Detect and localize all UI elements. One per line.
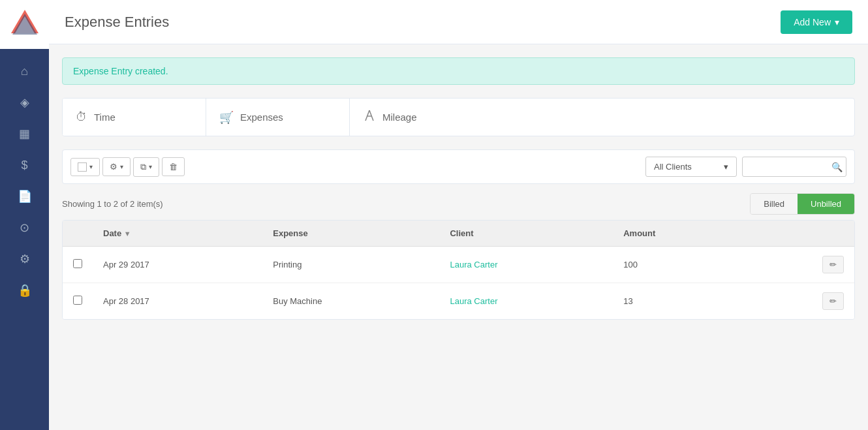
search-input[interactable] bbox=[742, 157, 846, 177]
edit-button[interactable]: ✏ bbox=[822, 256, 844, 273]
row-expense: Printing bbox=[262, 247, 439, 283]
tab-mileage[interactable]: Mileage bbox=[350, 99, 493, 136]
row-checkbox-cell bbox=[63, 283, 93, 320]
tab-time[interactable]: ⏱ Time bbox=[63, 99, 206, 136]
lock-icon[interactable]: 🔒 bbox=[12, 277, 38, 303]
tab-expenses[interactable]: 🛒 Expenses bbox=[206, 99, 350, 136]
chevron-down-icon-3: ▾ bbox=[149, 163, 152, 170]
copy-dropdown-button[interactable]: ⧉ ▾ bbox=[133, 157, 159, 177]
document-icon[interactable]: 📄 bbox=[12, 183, 38, 209]
search-icon: 🔍 bbox=[831, 162, 843, 172]
copy-icon: ⧉ bbox=[140, 162, 146, 172]
toolbar: ▾ ⚙ ▾ ⧉ ▾ 🗑 All Clients ▾ 🔍 bbox=[62, 149, 855, 184]
row-edit-cell: ✏ bbox=[747, 247, 854, 283]
actions-dropdown-button[interactable]: ⚙ ▾ bbox=[102, 157, 131, 176]
row-date: Apr 29 2017 bbox=[93, 247, 262, 283]
header-expense: Expense bbox=[262, 221, 439, 247]
svg-line-3 bbox=[365, 110, 369, 121]
row-edit-cell: ✏ bbox=[747, 283, 854, 320]
sidebar: ⌂ ◈ ▦ $ 📄 ⊙ ⚙ 🔒 bbox=[0, 0, 49, 430]
logo-container bbox=[0, 0, 49, 49]
chevron-down-icon-2: ▾ bbox=[120, 163, 123, 170]
table-row: Apr 28 2017 Buy Machine Laura Carter 13 … bbox=[63, 283, 854, 320]
dollar-icon[interactable]: $ bbox=[12, 152, 38, 178]
search-wrapper: 🔍 bbox=[742, 157, 846, 177]
dropdown-arrow-icon: ▾ bbox=[835, 17, 839, 27]
row-expense: Buy Machine bbox=[262, 283, 439, 320]
home-icon[interactable]: ⌂ bbox=[12, 58, 38, 84]
row-checkbox[interactable] bbox=[73, 296, 82, 305]
gear-icon: ⚙ bbox=[110, 162, 117, 172]
checkbox-icon bbox=[78, 162, 87, 172]
client-filter-dropdown[interactable]: All Clients ▾ bbox=[645, 157, 737, 177]
dropdown-arrow-icon-2: ▾ bbox=[724, 162, 728, 172]
row-amount: 100 bbox=[613, 247, 747, 283]
header-checkbox bbox=[63, 221, 93, 247]
page-title: Expense Entries bbox=[65, 14, 169, 31]
clock-icon[interactable]: ⊙ bbox=[12, 215, 38, 241]
table-row: Apr 29 2017 Printing Laura Carter 100 ✏ bbox=[63, 247, 854, 283]
main-area: Expense Entries Add New ▾ Expense Entry … bbox=[49, 0, 868, 430]
svg-marker-2 bbox=[12, 14, 37, 35]
row-date: Apr 28 2017 bbox=[93, 283, 262, 320]
page-header: Expense Entries Add New ▾ bbox=[49, 0, 868, 44]
row-client: Laura Carter bbox=[439, 247, 613, 283]
svg-line-4 bbox=[369, 110, 373, 121]
client-link[interactable]: Laura Carter bbox=[450, 296, 497, 306]
crm-logo bbox=[10, 8, 40, 40]
list-header: Showing 1 to 2 of 2 item(s) Billed Unbil… bbox=[62, 193, 855, 215]
time-icon: ⏱ bbox=[76, 110, 87, 124]
row-amount: 13 bbox=[613, 283, 747, 320]
dashboard-icon[interactable]: ◈ bbox=[12, 89, 38, 115]
expenses-icon: 🛒 bbox=[219, 110, 234, 125]
header-date: Date ▼ bbox=[93, 221, 262, 247]
settings-icon[interactable]: ⚙ bbox=[12, 246, 38, 272]
calculator-icon[interactable]: ▦ bbox=[12, 121, 38, 147]
table-header-row: Date ▼ Expense Client Amount bbox=[63, 221, 854, 247]
delete-button[interactable]: 🗑 bbox=[162, 157, 185, 176]
success-alert: Expense Entry created. bbox=[62, 57, 855, 85]
edit-button[interactable]: ✏ bbox=[822, 292, 844, 310]
toolbar-right: All Clients ▾ 🔍 bbox=[645, 157, 846, 177]
showing-count: Showing 1 to 2 of 2 item(s) bbox=[62, 199, 163, 209]
expense-table-container: Date ▼ Expense Client Amount bbox=[62, 220, 855, 320]
expense-table: Date ▼ Expense Client Amount bbox=[63, 221, 854, 319]
row-checkbox-cell bbox=[63, 247, 93, 283]
header-amount: Amount bbox=[613, 221, 747, 247]
client-link[interactable]: Laura Carter bbox=[450, 260, 497, 269]
billed-toggle: Billed Unbilled bbox=[750, 193, 855, 215]
billed-button[interactable]: Billed bbox=[751, 194, 798, 214]
unbilled-button[interactable]: Unbilled bbox=[798, 194, 854, 214]
checkbox-dropdown-button[interactable]: ▾ bbox=[70, 158, 100, 176]
sort-arrow-icon: ▼ bbox=[124, 230, 131, 238]
mileage-icon bbox=[363, 109, 376, 125]
row-client: Laura Carter bbox=[439, 283, 613, 320]
header-actions bbox=[747, 221, 854, 247]
chevron-down-icon: ▾ bbox=[89, 163, 93, 170]
tabs-container: ⏱ Time 🛒 Expenses Mileage bbox=[62, 98, 855, 136]
header-client: Client bbox=[439, 221, 613, 247]
row-checkbox[interactable] bbox=[73, 259, 82, 268]
trash-icon: 🗑 bbox=[169, 162, 178, 172]
add-new-button[interactable]: Add New ▾ bbox=[781, 10, 852, 34]
content-area: Expense Entry created. ⏱ Time 🛒 Expenses bbox=[49, 44, 868, 430]
